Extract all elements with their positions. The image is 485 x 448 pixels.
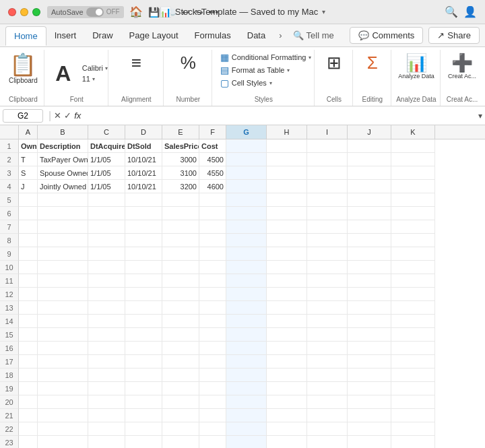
cell[interactable] [391,328,435,342]
cell[interactable]: 10/10/21 [125,166,162,180]
cell[interactable] [348,342,391,355]
cell[interactable] [348,301,391,315]
cell[interactable] [348,180,391,193]
cell[interactable] [348,355,391,369]
tab-page-layout[interactable]: Page Layout [121,26,187,44]
cell[interactable] [307,193,348,207]
autosave-toggle[interactable] [86,7,104,17]
cell[interactable] [88,315,125,328]
cell[interactable] [38,355,88,369]
col-header-f[interactable]: F [199,125,226,139]
cell[interactable] [226,315,267,328]
cell[interactable] [19,395,38,409]
cell[interactable] [391,409,435,422]
cell[interactable] [162,207,199,220]
cell[interactable]: 10/10/21 [125,153,162,166]
cell[interactable] [88,274,125,288]
col-header-i[interactable]: I [307,125,348,139]
cell[interactable] [125,395,162,409]
cell[interactable] [267,193,307,207]
cell[interactable] [162,328,199,342]
cell[interactable] [307,369,348,382]
cell[interactable] [199,274,226,288]
cell[interactable] [19,382,38,395]
col-header-c[interactable]: C [88,125,125,139]
cell[interactable] [348,139,391,153]
cell[interactable] [125,315,162,328]
tab-more[interactable]: › [273,26,287,44]
cell[interactable] [267,395,307,409]
create-button[interactable]: ➕ Creat Ac... [446,51,478,82]
cell[interactable] [19,301,38,315]
cell[interactable] [391,422,435,436]
cell[interactable] [162,355,199,369]
formula-expand-button[interactable]: ▾ [478,111,482,121]
cell[interactable] [348,153,391,166]
analyze-data-button[interactable]: 📊 Analyze Data [397,51,436,82]
cell[interactable] [125,369,162,382]
cell[interactable] [391,288,435,301]
cell[interactable] [88,193,125,207]
clipboard-button[interactable]: 📋 Clipboard [7,51,40,87]
cell[interactable] [125,220,162,234]
home-icon[interactable]: 🏠 [129,5,143,18]
share-button[interactable]: ↗ Share [428,27,480,44]
cell[interactable] [162,220,199,234]
cell[interactable] [125,422,162,436]
font-name-dropdown[interactable]: Calibri ▾ [79,63,110,73]
cell[interactable] [226,193,267,207]
cell[interactable] [348,247,391,261]
cell[interactable] [199,355,226,369]
cell[interactable] [267,342,307,355]
cell[interactable] [226,395,267,409]
cell[interactable] [348,274,391,288]
cell[interactable] [162,274,199,288]
cell[interactable] [162,301,199,315]
cell[interactable] [88,382,125,395]
cell[interactable] [226,207,267,220]
cell[interactable] [125,274,162,288]
cell[interactable] [88,288,125,301]
cell[interactable] [19,328,38,342]
cell[interactable] [226,247,267,261]
cell[interactable] [199,382,226,395]
cell[interactable] [19,234,38,247]
cell[interactable] [267,261,307,274]
col-header-h[interactable]: H [267,125,307,139]
cell[interactable] [125,328,162,342]
cell[interactable] [88,409,125,422]
cell[interactable] [125,301,162,315]
cell[interactable]: T [19,153,38,166]
cell[interactable]: 4600 [199,180,226,193]
formula-input[interactable] [85,111,478,121]
cell[interactable] [307,342,348,355]
cell[interactable] [19,220,38,234]
cell[interactable] [391,301,435,315]
tab-insert[interactable]: Insert [46,26,85,44]
cell[interactable]: 3200 [162,180,199,193]
cell[interactable] [267,180,307,193]
cell[interactable]: 4550 [199,166,226,180]
cell[interactable] [38,436,88,448]
cell[interactable] [38,315,88,328]
cell[interactable] [199,234,226,247]
cell[interactable] [125,207,162,220]
number-button[interactable]: % [174,51,201,74]
cell[interactable] [391,193,435,207]
format-as-table-button[interactable]: ▤ Format as Table ▾ [218,64,310,76]
cell[interactable] [391,382,435,395]
maximize-button[interactable] [32,8,40,16]
cell[interactable] [348,166,391,180]
cell[interactable] [38,288,88,301]
cell[interactable] [348,382,391,395]
cell[interactable] [307,180,348,193]
cell[interactable] [38,220,88,234]
cell[interactable] [88,436,125,448]
cell[interactable] [391,274,435,288]
cell[interactable] [226,436,267,448]
col-header-e[interactable]: E [162,125,199,139]
cell[interactable] [391,315,435,328]
cell[interactable] [199,409,226,422]
cell[interactable] [38,422,88,436]
cell[interactable] [125,342,162,355]
